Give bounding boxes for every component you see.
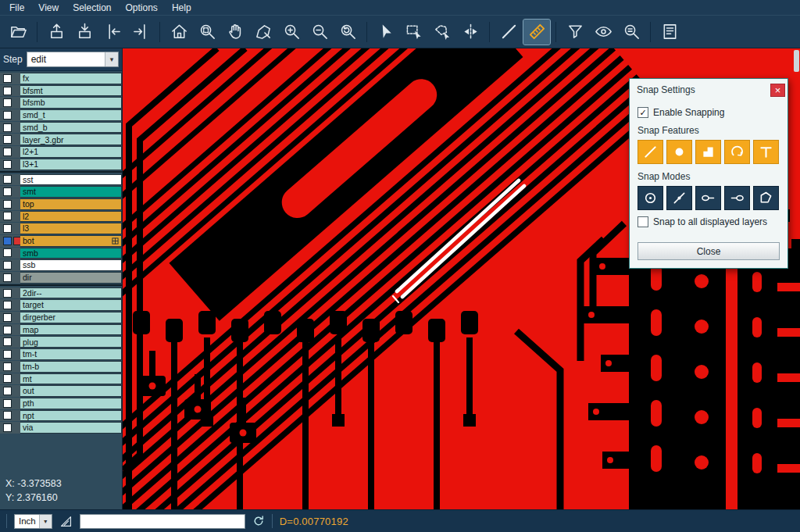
layer-row-dirgerber[interactable]: dirgerber: [0, 312, 122, 323]
command-input[interactable]: [80, 514, 245, 529]
snap-pad-button[interactable]: [666, 140, 692, 164]
layer-name[interactable]: dirgerber: [20, 312, 122, 323]
layer-row-smt[interactable]: smt: [0, 186, 122, 198]
highlight-eye-button[interactable]: [590, 20, 616, 45]
line-tool-button[interactable]: [495, 20, 522, 45]
zoom-in-button[interactable]: [278, 20, 305, 45]
layer-visibility-checkbox[interactable]: [3, 98, 12, 107]
layer-visibility-checkbox[interactable]: [3, 187, 12, 196]
close-button[interactable]: Close: [638, 242, 780, 260]
select-rect-button[interactable]: [401, 20, 427, 45]
select-polygon-button[interactable]: [429, 20, 455, 45]
layer-visibility-checkbox[interactable]: [3, 301, 12, 309]
unit-dropdown[interactable]: Inch ▾: [14, 514, 52, 529]
mirror-select-button[interactable]: [457, 20, 484, 45]
select-arrow-button[interactable]: [373, 20, 399, 45]
layer-row-tm-b[interactable]: tm-b: [0, 361, 122, 373]
filter-button[interactable]: [562, 20, 588, 45]
layer-row-smd_t[interactable]: smd_t: [0, 109, 122, 121]
snap-center-button[interactable]: [638, 186, 663, 210]
layer-visibility-checkbox[interactable]: [3, 261, 12, 270]
home-button[interactable]: [166, 20, 192, 45]
layer-visibility-checkbox[interactable]: [3, 248, 12, 257]
layer-visibility-checkbox[interactable]: [3, 74, 12, 83]
layer-row-l2+1[interactable]: l2+1: [0, 146, 122, 158]
layer-row-layer_3.gbr[interactable]: layer_3.gbr: [0, 134, 122, 145]
layer-visibility-checkbox[interactable]: [3, 148, 12, 156]
layer-visibility-checkbox[interactable]: [3, 237, 12, 245]
pan-hand-button[interactable]: [222, 20, 248, 45]
layer-row-smd_b[interactable]: smd_b: [0, 122, 122, 134]
menu-selection[interactable]: Selection: [66, 2, 117, 14]
layer-row-l3+1[interactable]: l3+1: [0, 159, 122, 170]
layer-name[interactable]: tm-b: [20, 361, 122, 373]
layer-row-bfsmt[interactable]: bfsmt: [0, 85, 122, 97]
layer-visibility-checkbox[interactable]: [3, 411, 12, 420]
layer-visibility-checkbox[interactable]: [3, 313, 12, 322]
snap-surface-button[interactable]: [695, 140, 721, 164]
layer-row-map[interactable]: map: [0, 324, 122, 336]
layer-name[interactable]: 2dir--: [20, 287, 122, 299]
layer-name[interactable]: top: [20, 198, 122, 210]
layer-row-via[interactable]: via: [0, 422, 122, 434]
menu-options[interactable]: Options: [120, 2, 164, 14]
export-top-button[interactable]: [43, 20, 70, 45]
snap-arc-button[interactable]: [724, 140, 750, 164]
open-folder-button[interactable]: [5, 20, 31, 45]
layer-name[interactable]: via: [20, 422, 122, 434]
menu-view[interactable]: View: [32, 2, 65, 14]
layer-visibility-checkbox[interactable]: [3, 200, 12, 209]
layer-visibility-checkbox[interactable]: [3, 337, 12, 346]
zoom-window-button[interactable]: [194, 20, 220, 45]
layer-name[interactable]: npt: [20, 410, 122, 422]
draw-shape-button[interactable]: [250, 20, 277, 45]
layer-row-pth[interactable]: pth: [0, 398, 122, 409]
step-dropdown[interactable]: edit ▾: [27, 52, 119, 67]
search-advanced-button[interactable]: [618, 20, 645, 45]
layer-row-bfsmb[interactable]: bfsmb: [0, 97, 122, 109]
zoom-out-button[interactable]: [306, 20, 333, 45]
layer-name[interactable]: smd_b: [20, 122, 122, 134]
layer-row-npt[interactable]: npt: [0, 410, 122, 422]
layer-row-target[interactable]: target: [0, 299, 122, 311]
snap-point-button[interactable]: [666, 186, 692, 210]
measure-ruler-button[interactable]: [523, 20, 550, 45]
layer-name[interactable]: smd_t: [20, 109, 122, 121]
layer-name[interactable]: tm-t: [20, 348, 122, 360]
layer-name[interactable]: dir: [20, 272, 122, 284]
layer-row-plug[interactable]: plug: [0, 336, 122, 348]
layer-visibility-checkbox[interactable]: [3, 326, 12, 334]
layer-visibility-checkbox[interactable]: [3, 289, 12, 298]
layer-visibility-checkbox[interactable]: [3, 350, 12, 359]
layer-visibility-checkbox[interactable]: [3, 224, 12, 233]
layer-visibility-checkbox[interactable]: [3, 123, 12, 132]
layer-row-2dir--[interactable]: 2dir--: [0, 287, 122, 299]
layer-visibility-checkbox[interactable]: [3, 111, 12, 120]
snap-vertex-button[interactable]: [753, 186, 779, 210]
layer-row-tm-t[interactable]: tm-t: [0, 348, 122, 360]
layer-name[interactable]: fx: [20, 73, 122, 84]
snap-end-button[interactable]: [724, 186, 750, 210]
layer-name[interactable]: smt: [20, 186, 122, 198]
layer-visibility-checkbox[interactable]: [3, 212, 12, 220]
layer-row-l2[interactable]: l2: [0, 211, 122, 223]
close-icon[interactable]: ×: [770, 84, 785, 97]
menu-file[interactable]: File: [3, 2, 30, 14]
menu-help[interactable]: Help: [166, 2, 198, 14]
layer-visibility-checkbox[interactable]: [3, 387, 12, 395]
snap-text-button[interactable]: [753, 140, 779, 164]
zoom-previous-button[interactable]: [334, 20, 361, 45]
layer-name[interactable]: target: [20, 299, 122, 311]
layer-name[interactable]: l3: [20, 223, 122, 234]
layer-visibility-checkbox[interactable]: [3, 160, 12, 169]
layer-name[interactable]: bfsmt: [20, 85, 122, 97]
layer-visibility-checkbox[interactable]: [3, 135, 12, 144]
layer-name[interactable]: ssb: [20, 259, 122, 271]
layer-row-bot[interactable]: bot: [0, 235, 122, 247]
report-button[interactable]: [656, 20, 683, 45]
import-left-button[interactable]: [99, 20, 126, 45]
layer-name[interactable]: layer_3.gbr: [20, 134, 122, 145]
snap-line-button[interactable]: [638, 140, 663, 164]
layer-row-smb[interactable]: smb: [0, 248, 122, 259]
layer-row-ssb[interactable]: ssb: [0, 259, 122, 271]
